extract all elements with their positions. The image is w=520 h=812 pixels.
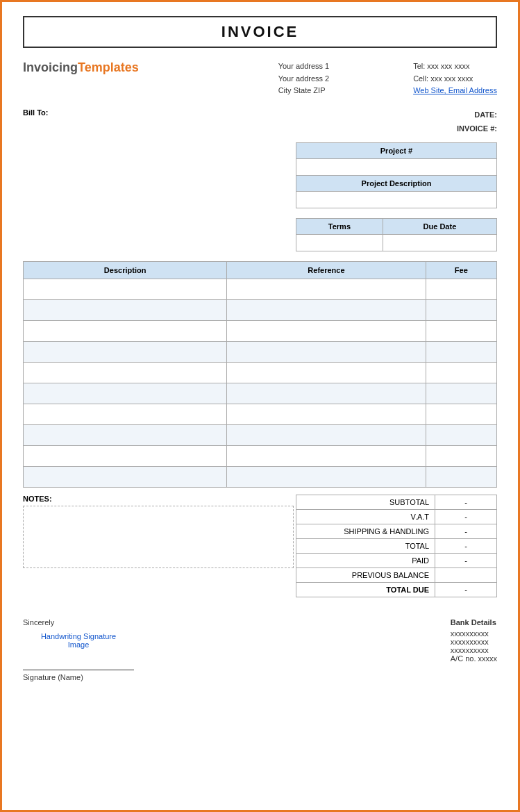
fee-header: Fee — [426, 262, 496, 279]
signature-left: Sincerely Handwriting SignatureImage Sig… — [23, 618, 134, 681]
previous-balance-label: PREVIOUS BALANCE — [296, 568, 435, 583]
row-4-fee[interactable] — [426, 363, 496, 383]
table-row[interactable] — [24, 279, 497, 300]
row-0-fee[interactable] — [426, 279, 496, 300]
invoice-title-bar: INVOICE — [23, 16, 497, 48]
row-8-fee[interactable] — [426, 446, 496, 467]
project-description-header: Project Description — [296, 176, 497, 192]
logo-area: InvoicingTemplates — [23, 60, 139, 97]
signature-line — [23, 670, 134, 670]
row-0-reference[interactable] — [227, 279, 426, 300]
date-label: DATE: — [474, 110, 497, 119]
row-7-description[interactable] — [24, 425, 227, 446]
project-table: Project # Project Description — [296, 142, 497, 208]
description-header: Description — [24, 262, 227, 279]
row-6-reference[interactable] — [227, 404, 426, 425]
notes-totals-row: NOTES: SUBTOTAL - V.A.T - SHIPPING & HAN… — [23, 495, 497, 597]
table-row[interactable] — [24, 446, 497, 467]
row-9-reference[interactable] — [227, 467, 426, 488]
totals-area: SUBTOTAL - V.A.T - SHIPPING & HANDLING -… — [296, 495, 497, 597]
row-4-description[interactable] — [24, 363, 227, 383]
logo: InvoicingTemplates — [23, 60, 139, 75]
paid-label: PAID — [296, 554, 435, 568]
notes-box[interactable] — [23, 506, 294, 568]
bank-line-2: xxxxxxxxxx — [451, 638, 497, 646]
notes-area: NOTES: — [23, 495, 294, 597]
row-2-reference[interactable] — [227, 321, 426, 342]
table-row[interactable] — [24, 321, 497, 342]
row-8-reference[interactable] — [227, 446, 426, 467]
row-9-fee[interactable] — [426, 467, 496, 488]
row-0-description[interactable] — [24, 279, 227, 300]
row-3-reference[interactable] — [227, 342, 426, 363]
total-due-value: - — [435, 583, 497, 597]
address-line1: Your address 1 — [278, 60, 330, 73]
tel-label: Tel: — [413, 62, 425, 70]
shipping-label: SHIPPING & HANDLING — [296, 524, 435, 539]
total-label: TOTAL — [296, 539, 435, 554]
total-due-label: TOTAL DUE — [296, 583, 435, 597]
reference-header: Reference — [227, 262, 426, 279]
header-address: Your address 1 Your address 2 City State… — [278, 60, 330, 97]
signature-section: Sincerely Handwriting SignatureImage Sig… — [23, 618, 497, 681]
header-row: InvoicingTemplates Your address 1 Your a… — [23, 60, 497, 97]
website-link[interactable]: Web Site, Email Address — [413, 86, 497, 94]
row-1-description[interactable] — [24, 300, 227, 321]
row-2-fee[interactable] — [426, 321, 496, 342]
previous-balance-value — [435, 568, 497, 583]
due-date-value[interactable] — [383, 235, 496, 251]
signature-image: Handwriting SignatureImage — [23, 632, 134, 649]
row-3-fee[interactable] — [426, 342, 496, 363]
row-7-reference[interactable] — [227, 425, 426, 446]
row-9-description[interactable] — [24, 467, 227, 488]
row-6-description[interactable] — [24, 404, 227, 425]
vat-value: - — [435, 510, 497, 524]
paid-value: - — [435, 554, 497, 568]
row-1-fee[interactable] — [426, 300, 496, 321]
project-description-value[interactable] — [296, 192, 497, 208]
row-2-description[interactable] — [24, 321, 227, 342]
project-number-header: Project # — [296, 143, 497, 159]
due-date-header: Due Date — [383, 219, 496, 235]
row-3-description[interactable] — [24, 342, 227, 363]
table-row[interactable] — [24, 300, 497, 321]
row-7-fee[interactable] — [426, 425, 496, 446]
signature-name-label: Signature (Name) — [23, 673, 134, 681]
terms-value[interactable] — [296, 235, 383, 251]
cell-label: Cell: — [413, 74, 428, 83]
table-row[interactable] — [24, 342, 497, 363]
invoice-title: INVOICE — [30, 23, 490, 41]
terms-header: Terms — [296, 219, 383, 235]
row-8-description[interactable] — [24, 446, 227, 467]
bank-details: Bank Details xxxxxxxxxx xxxxxxxxxx xxxxx… — [451, 618, 497, 681]
project-number-value[interactable] — [296, 159, 497, 176]
row-5-description[interactable] — [24, 383, 227, 404]
row-4-reference[interactable] — [227, 363, 426, 383]
notes-label: NOTES: — [23, 495, 294, 503]
row-5-reference[interactable] — [227, 383, 426, 404]
bill-date-row: Bill To: DATE: INVOICE #: — [23, 108, 497, 136]
subtotal-label: SUBTOTAL — [296, 495, 435, 510]
address-line3: City State ZIP — [278, 85, 330, 97]
table-row[interactable] — [24, 425, 497, 446]
table-row[interactable] — [24, 467, 497, 488]
table-row[interactable] — [24, 404, 497, 425]
logo-templates: Templates — [78, 60, 139, 74]
table-row[interactable] — [24, 363, 497, 383]
bank-line-3: xxxxxxxxxx — [451, 646, 497, 654]
tel-value: xxx xxx xxxx — [427, 62, 469, 70]
bank-details-title: Bank Details — [451, 618, 497, 627]
row-6-fee[interactable] — [426, 404, 496, 425]
invoice-label: INVOICE #: — [457, 124, 497, 133]
total-value: - — [435, 539, 497, 554]
shipping-value: - — [435, 524, 497, 539]
totals-table: SUBTOTAL - V.A.T - SHIPPING & HANDLING -… — [296, 495, 497, 597]
row-1-reference[interactable] — [227, 300, 426, 321]
row-5-fee[interactable] — [426, 383, 496, 404]
address-line2: Your address 2 — [278, 73, 330, 85]
date-invoice: DATE: INVOICE #: — [457, 108, 497, 136]
header-contact: Tel: xxx xxx xxxx Cell: xxx xxx xxxx Web… — [413, 60, 497, 97]
table-row[interactable] — [24, 383, 497, 404]
cell-value: xxx xxx xxxx — [430, 74, 473, 83]
bank-line-4: A/C no. xxxxx — [451, 654, 497, 663]
